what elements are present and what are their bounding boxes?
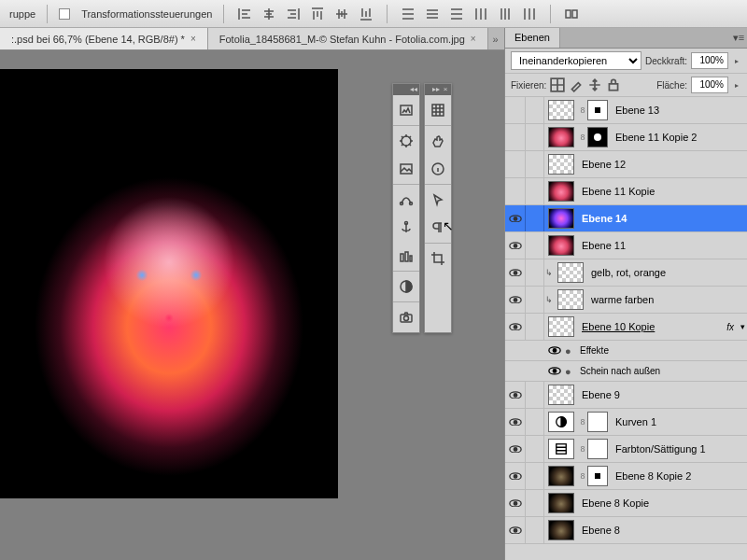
layer-name[interactable]: Ebene 8 Kopie 2	[612, 470, 747, 482]
align-top-icon[interactable]	[308, 5, 327, 23]
visibility-toggle[interactable]	[544, 346, 565, 355]
tab-overflow-icon[interactable]: »	[488, 28, 503, 49]
path-tool-icon[interactable]	[393, 187, 419, 213]
layer-row[interactable]: 8 Ebene 11 Kopie 2	[505, 124, 747, 151]
layer-name[interactable]: Ebene 13	[612, 105, 747, 116]
layer-thumbnail[interactable]	[548, 208, 574, 229]
mask-link-icon[interactable]: 8	[578, 471, 587, 481]
layer-thumbnail[interactable]	[548, 466, 574, 486]
layer-name[interactable]: Ebene 11 Kopie	[578, 186, 747, 197]
layer-thumbnail[interactable]	[548, 100, 574, 120]
layer-thumbnail[interactable]	[548, 154, 574, 175]
canvas[interactable]	[0, 69, 338, 498]
align-right-icon[interactable]	[284, 5, 303, 23]
layer-row[interactable]: Ebene 11 Kopie	[505, 178, 747, 205]
layer-row[interactable]: Ebene 9	[505, 382, 747, 409]
visibility-toggle[interactable]	[505, 314, 526, 340]
camera-icon[interactable]	[393, 304, 419, 330]
layer-name[interactable]: Ebene 14	[578, 213, 747, 224]
layer-name[interactable]: Farbton/Sättigung 1	[612, 443, 747, 455]
grid-icon[interactable]	[425, 97, 451, 123]
layer-name[interactable]: Ebene 11 Kopie 2	[612, 132, 747, 143]
visibility-toggle[interactable]	[505, 517, 526, 543]
fx-twirl-icon[interactable]: ▾	[738, 322, 747, 331]
effect-row[interactable]: ● Effekte	[505, 341, 747, 361]
document-tab-2[interactable]: Fotolia_18458681_M-© Stefan Kuhn - Fotol…	[208, 28, 488, 49]
distribute-vcenter-icon[interactable]	[423, 5, 442, 23]
layer-row[interactable]: 8 Farbton/Sättigung 1	[505, 436, 747, 463]
toolbar-header[interactable]: ▸▸×	[425, 84, 451, 95]
layer-name[interactable]: Ebene 9	[578, 389, 747, 400]
distribute-bottom-icon[interactable]	[447, 5, 466, 23]
layer-thumbnail[interactable]	[557, 262, 584, 283]
align-vcenter-icon[interactable]	[332, 5, 351, 23]
toolbar-header[interactable]: ◂◂	[393, 84, 419, 95]
document-tab-1[interactable]: :.psd bei 66,7% (Ebene 14, RGB/8#) * ×	[0, 28, 208, 49]
visibility-toggle[interactable]	[505, 463, 526, 489]
layer-name[interactable]: Ebene 10 Kopie	[578, 321, 726, 332]
lock-transparency-icon[interactable]	[550, 77, 565, 92]
hand-tool-icon[interactable]	[425, 128, 451, 154]
layer-thumbnail[interactable]	[548, 127, 574, 147]
layer-row[interactable]: Ebene 11	[505, 232, 747, 259]
effect-row[interactable]: ● Schein nach außen	[505, 361, 747, 382]
layer-row[interactable]: Ebene 8	[505, 517, 747, 544]
mask-link-icon[interactable]: 8	[578, 444, 587, 454]
visibility-toggle[interactable]	[544, 367, 565, 375]
visibility-toggle[interactable]	[505, 409, 526, 435]
layer-row[interactable]: 8 Kurven 1	[505, 409, 747, 436]
layer-row[interactable]: ↳ gelb, rot, orange	[505, 259, 747, 287]
layer-thumbnail[interactable]	[548, 235, 574, 256]
layer-row[interactable]: Ebene 8 Kopie	[505, 490, 747, 517]
visibility-toggle[interactable]	[505, 205, 526, 231]
contrast-icon[interactable]	[393, 273, 419, 300]
distribute-left-icon[interactable]	[472, 5, 490, 23]
mb-icon[interactable]	[393, 97, 419, 123]
info-icon[interactable]	[425, 156, 451, 182]
lock-position-icon[interactable]	[587, 77, 602, 92]
visibility-toggle[interactable]	[505, 490, 526, 516]
lock-all-icon[interactable]	[606, 77, 621, 92]
lock-brush-icon[interactable]	[569, 77, 584, 92]
layer-row[interactable]: Ebene 10 Kopie fx ▾	[505, 314, 747, 341]
align-hcenter-icon[interactable]	[260, 5, 278, 23]
close-tab-icon[interactable]: ×	[471, 34, 476, 44]
visibility-toggle[interactable]	[505, 382, 526, 408]
visibility-toggle[interactable]	[505, 151, 526, 177]
visibility-toggle[interactable]	[505, 97, 526, 123]
visibility-toggle[interactable]	[505, 436, 526, 462]
layer-name[interactable]: Ebene 11	[578, 240, 747, 251]
layer-mask[interactable]	[587, 412, 608, 432]
align-left-icon[interactable]	[235, 5, 254, 23]
visibility-toggle[interactable]	[505, 178, 526, 204]
layer-row[interactable]: 8 Ebene 13	[505, 97, 747, 124]
layer-thumbnail[interactable]	[548, 316, 574, 337]
layer-row-selected[interactable]: Ebene 14	[505, 205, 747, 232]
layer-mask[interactable]	[587, 100, 608, 120]
visibility-toggle[interactable]	[505, 259, 526, 286]
opacity-input[interactable]: 100%	[691, 52, 728, 69]
layer-thumbnail[interactable]	[548, 385, 574, 405]
align-bottom-icon[interactable]	[357, 5, 375, 23]
opacity-chevron-icon[interactable]: ▸	[732, 57, 741, 65]
fill-chevron-icon[interactable]: ▸	[732, 81, 741, 90]
transform-checkbox[interactable]	[59, 8, 70, 20]
layers-tab[interactable]: Ebenen	[505, 28, 560, 48]
layer-name[interactable]: Ebene 8 Kopie	[578, 497, 747, 509]
fx-indicator[interactable]: fx	[726, 322, 738, 332]
arrow-tool-icon[interactable]	[425, 187, 451, 213]
blend-mode-select[interactable]: Ineinanderkopieren	[511, 51, 641, 70]
collapse-icon[interactable]: ▸▸	[432, 86, 440, 93]
layer-mask[interactable]	[587, 466, 608, 486]
close-icon[interactable]: ×	[442, 86, 449, 93]
brush-set-icon[interactable]	[393, 243, 419, 269]
image-icon[interactable]	[393, 156, 419, 182]
layer-row[interactable]: ↳ warme farben	[505, 287, 747, 314]
visibility-toggle[interactable]	[505, 287, 526, 313]
anchor-tool-icon[interactable]	[393, 215, 419, 241]
visibility-toggle[interactable]	[505, 124, 526, 150]
layer-thumbnail[interactable]	[548, 181, 574, 202]
layer-mask[interactable]	[587, 127, 608, 147]
layer-mask[interactable]	[587, 439, 608, 459]
auto-align-icon[interactable]	[562, 5, 581, 23]
